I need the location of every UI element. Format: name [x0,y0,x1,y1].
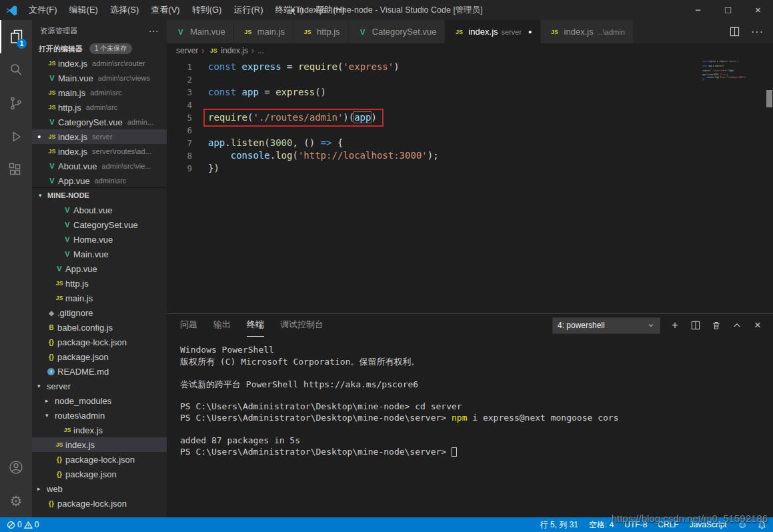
terminal-selector[interactable]: 4: powershell [552,317,660,334]
panel-tab-[interactable]: 调试控制台 [280,314,323,337]
code-line: 3const app = express() [167,86,773,99]
open-editor-item[interactable]: VApp.vueadmin\src [32,173,167,188]
tree-folder-item[interactable]: ▸web [32,481,167,496]
panel-tab-[interactable]: 终端 [247,314,264,337]
search-icon[interactable] [0,53,32,87]
tab-main-vue[interactable]: VMain.vue [167,20,234,43]
terminal-text: PS C:\Users\Administrator\Desktop\mine-n… [180,413,452,423]
settings-gear-icon[interactable]: ⚙ [0,484,32,517]
open-editor-item[interactable]: VMain.vueadmin\src\views [32,71,167,85]
breadcrumb-item[interactable]: ... [257,46,264,55]
tab-main-js[interactable]: JSmain.js [234,20,293,43]
close-button[interactable]: × [743,0,773,20]
bottom-panel: 问题输出终端调试控制台 4: powershell + [167,313,773,517]
warning-count: 0 [35,520,39,529]
tree-folder-item[interactable]: ▸node_modules [32,393,167,408]
terminal-selector-value: 4: powershell [558,321,605,330]
tab-index-js[interactable]: JSindex.jsserver● [445,20,540,43]
tab-index-js[interactable]: JSindex.js...\admin [541,20,634,43]
tree-file-item[interactable]: {}package-lock.json [32,496,167,511]
file-name: App.vue [65,264,97,274]
split-editor-icon[interactable] [728,26,740,38]
workspace-header[interactable]: ▾ MINE-NODE [32,188,167,203]
file-path: server [92,133,113,141]
js-file-icon: JS [46,148,58,155]
code-token: = [281,61,298,72]
tree-file-item[interactable]: JSindex.js [32,423,167,437]
scrollbar-thumb[interactable] [766,90,772,107]
maximize-button[interactable]: □ [713,0,743,20]
extensions-icon[interactable] [0,153,32,187]
breadcrumb-item[interactable]: JSindex.js [207,46,248,55]
run-debug-icon[interactable] [0,120,32,153]
account-icon[interactable] [0,451,32,484]
minimize-button[interactable]: − [683,0,713,20]
menu-r[interactable]: 运行(R) [227,0,269,20]
close-panel-icon[interactable]: × [752,319,764,331]
tree-file-item[interactable]: {}package.json [32,349,167,364]
annotation-red-box [203,109,383,127]
terminal-output[interactable]: Windows PowerShell版权所有 (C) Microsoft Cor… [167,337,773,517]
sidebar-more-actions-icon[interactable]: ··· [149,25,159,36]
line-number: 7 [167,137,208,149]
tree-folder-item[interactable]: ▾server [32,379,167,393]
split-terminal-icon[interactable] [690,319,702,331]
tree-file-item[interactable]: JShttp.js [32,276,167,291]
terminal-text: 版权所有 (C) Microsoft Corporation。保留所有权利。 [180,357,420,367]
breadcrumb-item[interactable]: server [176,46,198,55]
tree-file-item[interactable]: VApp.vue [32,261,167,276]
open-editors-header[interactable]: 打开的编辑器 1 个未保存 [32,41,167,56]
tab-label: index.js [564,27,594,37]
minimap[interactable]: const express = require('express')const … [702,61,764,141]
tree-file-item[interactable]: JSindex.js [32,437,167,452]
problems-status[interactable]: 0 0 [7,520,39,529]
tree-file-item[interactable]: VAbout.vue [32,203,167,217]
tree-file-item[interactable]: {}package.json [32,467,167,481]
indentation-status[interactable]: 空格: 4 [589,519,614,531]
menu-e[interactable]: 编辑(E) [63,0,104,20]
menu-s[interactable]: 选择(S) [104,0,145,20]
tree-file-item[interactable]: {}package-lock.json [32,452,167,467]
tree-folder-item[interactable]: ▾routes\admin [32,408,167,423]
open-editor-item[interactable]: JShttp.jsadmin\src [32,100,167,115]
file-name: index.js [65,440,95,450]
open-editor-item[interactable]: JSindex.jsadmin\src\router [32,56,167,71]
terminal-line: 尝试新的跨平台 PowerShell https://aka.ms/pscore… [180,379,773,390]
panel-tab-[interactable]: 输出 [213,314,231,337]
open-editor-item[interactable]: JSmain.jsadmin\src [32,85,167,100]
panel-tab-[interactable]: 问题 [180,314,197,337]
open-editor-item[interactable]: ●JSindex.jsserver [32,129,167,144]
code-editor[interactable]: 1const express = require('express')23con… [167,58,773,313]
menu-g[interactable]: 转到(G) [186,0,228,20]
tree-file-item[interactable]: JSmain.js [32,291,167,305]
code-text: const express = require('express') [208,61,400,73]
tab-categoryset-vue[interactable]: VCategorySet.vue [349,20,446,43]
explorer-icon[interactable]: 1 [0,20,32,53]
menu-v[interactable]: 查看(V) [145,0,185,20]
cursor-position[interactable]: 行 5, 列 31 [540,519,578,531]
source-control-icon[interactable] [0,87,32,120]
open-editor-item[interactable]: VCategorySet.vueadmin... [32,115,167,129]
tree-file-item[interactable]: VHome.vue [32,232,167,247]
open-editor-item[interactable]: VAbout.vueadmin\src\vie... [32,159,167,173]
editor-tab-bar: VMain.vueJSmain.jsJShttp.jsVCategorySet.… [167,20,773,43]
tree-file-item[interactable]: Bbabel.config.js [32,320,167,335]
kill-terminal-trash-icon[interactable] [710,319,722,331]
file-path: admin\src [95,177,127,185]
more-actions-icon[interactable]: ··· [751,26,764,38]
menu-f[interactable]: 文件(F) [23,0,63,20]
new-terminal-icon[interactable]: + [669,319,681,331]
file-name: README.md [57,367,109,377]
tree-file-item[interactable]: {}package-lock.json [32,335,167,349]
tree-file-item[interactable]: iREADME.md [32,364,167,379]
maximize-panel-icon[interactable] [731,319,743,331]
tab-label: index.js [468,27,498,37]
code-text: console.log('http://localhost:3000'); [208,149,439,162]
open-editor-item[interactable]: JSindex.jsserver\routes\ad... [32,144,167,159]
tree-file-item[interactable]: VMain.vue [32,247,167,261]
tree-file-item[interactable]: ◆.gitignore [32,305,167,320]
code-token: listen [231,137,265,148]
tab-http-js[interactable]: JShttp.js [293,20,349,43]
terminal-text: npm [452,413,467,423]
tree-file-item[interactable]: VCategorySet.vue [32,217,167,232]
